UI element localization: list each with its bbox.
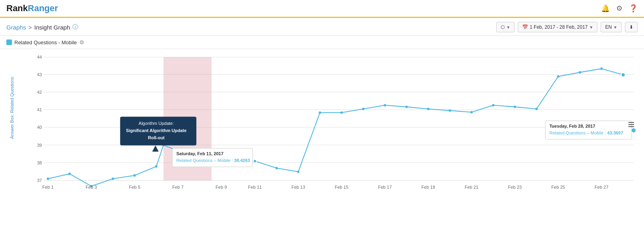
- svg-text:44: 44: [37, 55, 42, 59]
- cube-button[interactable]: ⬡ ▼: [496, 22, 515, 32]
- svg-text:43: 43: [37, 72, 42, 77]
- svg-text:37: 37: [37, 178, 42, 183]
- data-point: [470, 111, 473, 113]
- date-caret: ▼: [589, 25, 593, 30]
- data-point: [514, 106, 516, 108]
- lang-caret: ▼: [613, 25, 617, 30]
- download-button[interactable]: ⬇: [625, 22, 638, 32]
- svg-text:Related Questions – Mobile : 3: Related Questions – Mobile : 38.4263: [176, 158, 250, 163]
- header-icons: 🔔 ⚙ ❓: [601, 4, 638, 13]
- algorithm-popup-arrow: [152, 146, 159, 152]
- svg-text:Feb 1: Feb 1: [42, 185, 53, 190]
- svg-text:Algorithm Update:: Algorithm Update:: [139, 121, 174, 126]
- svg-text:Feb 3: Feb 3: [86, 185, 97, 190]
- logo: RankRanger: [6, 3, 58, 14]
- data-point: [297, 170, 299, 173]
- lang-label: EN: [605, 24, 612, 30]
- data-point: [405, 106, 408, 108]
- data-point: [427, 108, 429, 110]
- language-button[interactable]: EN ▼: [601, 22, 622, 32]
- svg-text:Feb 13: Feb 13: [292, 185, 305, 190]
- svg-text:Feb 17: Feb 17: [378, 185, 391, 190]
- data-point: [362, 108, 364, 110]
- svg-text:Feb 25: Feb 25: [551, 185, 565, 190]
- date-label: 1 Feb, 2017 - 28 Feb, 2017: [530, 24, 587, 30]
- data-point: [384, 104, 386, 107]
- data-point-highlight: [253, 160, 256, 163]
- svg-text:39: 39: [37, 143, 42, 148]
- chart-svg-container: 44 43 42 41 40 39 38 37: [28, 53, 638, 193]
- breadcrumb: Graphs > Insight Graph ⓘ: [6, 24, 78, 31]
- svg-text:Feb 19: Feb 19: [421, 185, 435, 190]
- data-point: [600, 67, 603, 70]
- data-point: [133, 174, 136, 177]
- svg-text:40: 40: [37, 125, 42, 130]
- cube-icon: ⬡: [501, 24, 505, 30]
- y-axis-label: Answer Box: Related Questions: [10, 115, 14, 139]
- chart-wrapper: Answer Box: Related Questions 44 43 42 4…: [0, 49, 644, 205]
- breadcrumb-insight-graph: Insight Graph: [34, 24, 70, 31]
- svg-rect-39: [628, 126, 634, 127]
- cube-caret: ▼: [506, 25, 510, 30]
- data-point: [341, 111, 343, 114]
- download-icon: ⬇: [629, 24, 633, 30]
- svg-text:41: 41: [37, 107, 42, 112]
- svg-text:Roll-out: Roll-out: [148, 135, 164, 140]
- data-point: [112, 178, 114, 180]
- svg-text:Feb 27: Feb 27: [595, 185, 608, 190]
- svg-text:Feb 9: Feb 9: [215, 185, 227, 190]
- legend-item: Related Questions - Mobile ⚙: [6, 39, 84, 45]
- legend-settings-icon[interactable]: ⚙: [79, 39, 84, 45]
- data-point: [492, 104, 494, 107]
- svg-text:Related Questions – Mobile : 4: Related Questions – Mobile : 43.3607: [549, 130, 623, 135]
- data-point: [319, 111, 321, 114]
- tooltip-dot: [632, 128, 636, 132]
- data-point: [69, 173, 71, 175]
- logo-ranger: Ranger: [28, 3, 58, 13]
- info-icon[interactable]: ⓘ: [72, 24, 78, 31]
- svg-rect-38: [628, 124, 634, 125]
- data-point-last-highlight: [621, 73, 625, 77]
- data-point: [155, 165, 157, 168]
- svg-text:42: 42: [37, 90, 42, 95]
- help-icon[interactable]: ❓: [629, 4, 638, 13]
- breadcrumb-sep: >: [28, 24, 32, 31]
- bell-icon[interactable]: 🔔: [601, 4, 610, 13]
- svg-text:Feb 15: Feb 15: [335, 185, 348, 190]
- svg-text:Feb 23: Feb 23: [508, 185, 522, 190]
- svg-text:Feb 7: Feb 7: [172, 185, 184, 190]
- legend-color-swatch: [6, 39, 12, 45]
- svg-text:Saturday, Feb 11, 2017: Saturday, Feb 11, 2017: [176, 151, 224, 156]
- toolbar-right: ⬡ ▼ 📅 1 Feb, 2017 - 28 Feb, 2017 ▼ EN ▼ …: [496, 22, 638, 32]
- data-point: [449, 109, 451, 112]
- svg-rect-37: [628, 122, 634, 123]
- svg-text:38: 38: [37, 160, 42, 165]
- chart-svg: 44 43 42 41 40 39 38 37: [28, 53, 638, 193]
- data-point: [47, 178, 49, 180]
- svg-text:Tuesday, Feb 28, 2017: Tuesday, Feb 28, 2017: [549, 124, 595, 128]
- gear-icon[interactable]: ⚙: [616, 4, 622, 13]
- data-point: [557, 75, 560, 78]
- header: RankRanger 🔔 ⚙ ❓: [0, 0, 644, 18]
- svg-text:Feb 5: Feb 5: [129, 185, 140, 190]
- legend-label: Related Questions - Mobile: [14, 39, 77, 45]
- data-point: [275, 167, 278, 169]
- svg-text:Significant Algorithm Update: Significant Algorithm Update: [126, 128, 186, 133]
- svg-text:Feb 21: Feb 21: [465, 185, 478, 190]
- logo-rank: Rank: [6, 3, 28, 13]
- breadcrumb-graphs[interactable]: Graphs: [6, 24, 26, 31]
- breadcrumb-bar: Graphs > Insight Graph ⓘ ⬡ ▼ 📅 1 Feb, 20…: [0, 18, 644, 36]
- data-point: [535, 108, 538, 110]
- calendar-icon: 📅: [522, 24, 528, 30]
- data-point: [579, 71, 581, 73]
- legend-bar: Related Questions - Mobile ⚙: [0, 36, 644, 49]
- date-button[interactable]: 📅 1 Feb, 2017 - 28 Feb, 2017 ▼: [518, 22, 597, 32]
- svg-text:Feb 11: Feb 11: [248, 185, 262, 190]
